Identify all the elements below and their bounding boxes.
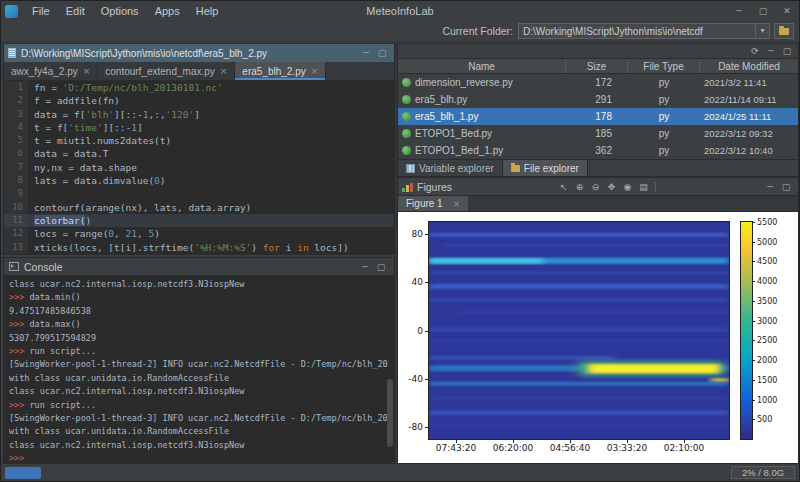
colorbar-tick-label: 3500 [757, 296, 777, 305]
toolbar-separator [655, 182, 656, 192]
code-line[interactable]: 10contourf(arange(nx), lats, data.array) [4, 201, 394, 214]
code-line[interactable]: 9 [4, 187, 394, 200]
browse-folder-button[interactable] [774, 23, 794, 39]
code-line[interactable]: 13xticks(locs, [t[i].strftime('%H:%M:%S'… [4, 241, 394, 254]
y-tick-mark [425, 234, 429, 235]
python-file-icon [402, 78, 411, 87]
code-line[interactable]: 6data = data.T [4, 147, 394, 160]
code-line[interactable]: 12locs = range(0, 21, 5) [4, 227, 394, 240]
menu-file[interactable]: File [24, 1, 58, 21]
code-editor[interactable]: 1fn = 'D:/Temp/nc/blh_20130101.nc'2f = a… [4, 81, 394, 254]
maximize-button[interactable]: ▢ [751, 1, 775, 21]
tab-figure-1[interactable]: Figure 1 × [398, 196, 468, 211]
x-tick-mark [627, 439, 628, 443]
document-icon [8, 48, 16, 58]
console-line: >>> data.min() [9, 291, 389, 304]
current-folder-value: D:\Working\MIScript\Jython\mis\io\netcdf [519, 26, 755, 37]
line-number: 10 [4, 201, 28, 214]
column-file-type[interactable]: File Type [628, 59, 700, 73]
console-line: with class ucar.unidata.io.RandomAccessF… [9, 425, 389, 438]
file-date-cell: 2022/3/12 10:40 [700, 142, 798, 159]
editor-tab[interactable]: contourf_extend_max.py× [98, 62, 235, 80]
console-header-icons: ─▢ [357, 259, 389, 275]
python-file-icon [402, 146, 411, 155]
file-row[interactable]: era5_blh_1.py178py2024/1/25 11:11 [398, 108, 798, 125]
file-row[interactable]: dimension_reverse.py172py2021/3/2 11:41 [398, 74, 798, 91]
console-output[interactable]: class ucar.nc2.internal.iosp.netcdf3.N3i… [4, 276, 394, 464]
close-icon[interactable]: × [311, 66, 319, 76]
editor-tab[interactable]: awx_fy4a_2.py× [4, 62, 98, 80]
code-line[interactable]: 2f = addfile(fn) [4, 94, 394, 107]
python-file-icon [402, 112, 411, 121]
close-icon[interactable]: × [83, 66, 91, 76]
figures-toolbar: ↖⊕⊖✥◉▤ [556, 179, 652, 195]
minimize-panel-icon[interactable]: ─ [358, 45, 374, 61]
code-line[interactable]: 8lats = data.dimvalue(0) [4, 174, 394, 187]
minimize-panel-icon[interactable]: ─ [763, 43, 779, 59]
code-line[interactable]: 11colorbar() [4, 214, 394, 227]
tab-file-explorer[interactable]: File explorer [503, 160, 588, 176]
folder-icon [511, 165, 520, 172]
float-panel-icon[interactable]: ▢ [373, 259, 389, 275]
colorbar-tick-label: 3000 [757, 316, 777, 325]
line-number: 5 [4, 134, 28, 147]
colorbar-tick-mark [752, 242, 755, 243]
current-folder-combobox[interactable]: D:\Working\MIScript\Jython\mis\io\netcdf… [518, 23, 770, 39]
line-number: 8 [4, 174, 28, 187]
identify-icon[interactable]: ◉ [620, 179, 636, 195]
close-icon[interactable]: × [220, 66, 228, 76]
file-row[interactable]: ETOPO1_Bed_1.py362py2022/3/12 10:40 [398, 142, 798, 159]
column-name[interactable]: Name [398, 59, 566, 73]
code-line[interactable]: 3data = f['blh'][::-1,:,'120'] [4, 108, 394, 121]
code-line[interactable]: 5t = miutil.nums2dates(t) [4, 134, 394, 147]
editor-tab[interactable]: era5_blh_2.py× [235, 62, 326, 80]
colorbar-tick-mark [752, 360, 755, 361]
line-code: t = f['time'][::-1] [28, 121, 143, 134]
zoom-in-icon[interactable]: ⊕ [572, 179, 588, 195]
menu-edit[interactable]: Edit [58, 1, 93, 21]
close-icon[interactable]: × [453, 199, 461, 209]
pan-icon[interactable]: ✥ [604, 179, 620, 195]
column-date-modified[interactable]: Date Modified [700, 59, 798, 73]
colorbar-tick-label: 1000 [757, 395, 777, 404]
figures-header-icons: ─▢ [762, 179, 794, 195]
file-row[interactable]: era5_blh.py291py2022/11/14 09:11 [398, 91, 798, 108]
console-line: [SwingWorker-pool-1-thread-3] INFO ucar.… [9, 412, 389, 425]
minimize-panel-icon[interactable]: ─ [357, 259, 373, 275]
menu-help[interactable]: Help [188, 1, 227, 21]
close-button[interactable]: ✕ [775, 1, 799, 21]
plot-clip [429, 222, 729, 439]
code-line[interactable]: 7ny,nx = data.shape [4, 161, 394, 174]
line-number: 4 [4, 121, 28, 134]
column-size[interactable]: Size [566, 59, 628, 73]
float-panel-icon[interactable]: ▢ [779, 43, 795, 59]
float-panel-icon[interactable]: ▢ [374, 45, 390, 61]
zoom-out-icon[interactable]: ⊖ [588, 179, 604, 195]
refresh-icon[interactable]: ⟳ [747, 43, 763, 59]
colorbar-tick-mark [752, 400, 755, 401]
select-arrow-icon[interactable]: ↖ [556, 179, 572, 195]
line-code: fn = 'D:/Temp/nc/blh_20130101.nc' [28, 81, 223, 94]
colorbar-tick-mark [752, 419, 755, 420]
current-folder-label: Current Folder: [442, 25, 513, 37]
code-line[interactable]: 4t = f['time'][::-1] [4, 121, 394, 134]
menu-apps[interactable]: Apps [147, 1, 188, 21]
code-line[interactable]: 1fn = 'D:/Temp/nc/blh_20130101.nc' [4, 81, 394, 94]
minimize-button[interactable]: ─ [727, 1, 751, 21]
float-panel-icon[interactable]: ▢ [778, 179, 794, 195]
layout-icon[interactable]: ▤ [636, 179, 652, 195]
figure-canvas[interactable]: 80400-40-8007:43:2006:20:0004:56:4003:33… [398, 212, 798, 464]
file-row[interactable]: ETOPO1_Bed.py185py2022/3/12 09:32 [398, 125, 798, 142]
colorbar: 5500500045004000350030002500200015001000… [740, 221, 753, 440]
menu-options[interactable]: Options [93, 1, 147, 21]
editor-header-icons: ─▢ [358, 45, 390, 61]
console-line: 5307.799517594829 [9, 332, 389, 345]
tab-variable-explorer[interactable]: Variable explorer [398, 160, 503, 176]
minimize-panel-icon[interactable]: ─ [762, 179, 778, 195]
colorbar-tick-label: 1500 [757, 375, 777, 384]
memory-indicator[interactable]: 2% / 8.0G [731, 466, 795, 479]
file-date-cell: 2024/1/25 11:11 [700, 108, 798, 125]
console-scrollbar[interactable] [387, 379, 393, 447]
chevron-down-icon[interactable]: ▾ [755, 24, 769, 38]
console-line: [SwingWorker-pool-1-thread-2] INFO ucar.… [9, 358, 389, 371]
